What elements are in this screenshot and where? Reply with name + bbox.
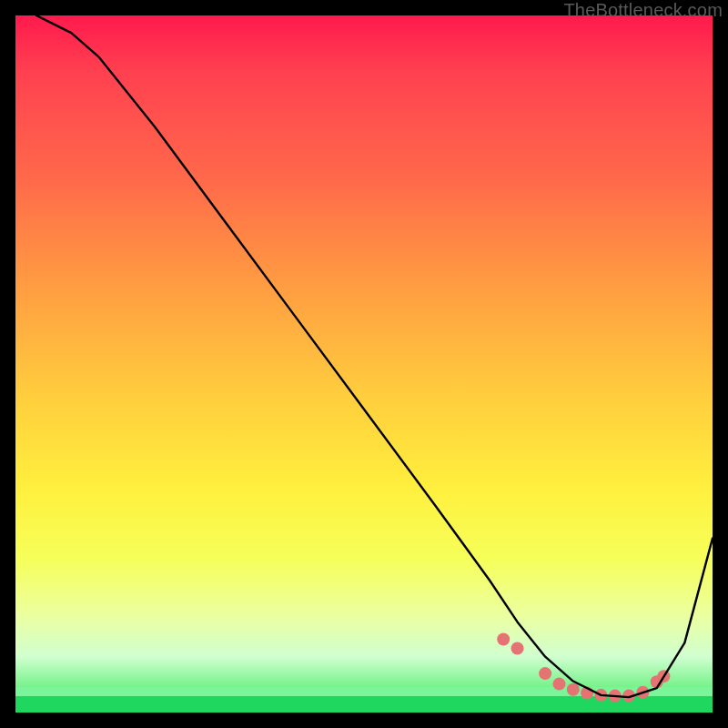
chart-plot-area bbox=[15, 15, 713, 713]
highlight-dot bbox=[552, 678, 565, 691]
chart-svg bbox=[15, 15, 713, 713]
highlight-dot bbox=[539, 667, 551, 680]
chart-frame: TheBottleneck.com bbox=[0, 0, 728, 728]
highlight-dot bbox=[497, 633, 510, 646]
highlight-dot bbox=[567, 683, 580, 696]
highlight-dot bbox=[511, 642, 524, 655]
primary-curve bbox=[36, 15, 713, 697]
watermark-text: TheBottleneck.com bbox=[563, 0, 723, 21]
